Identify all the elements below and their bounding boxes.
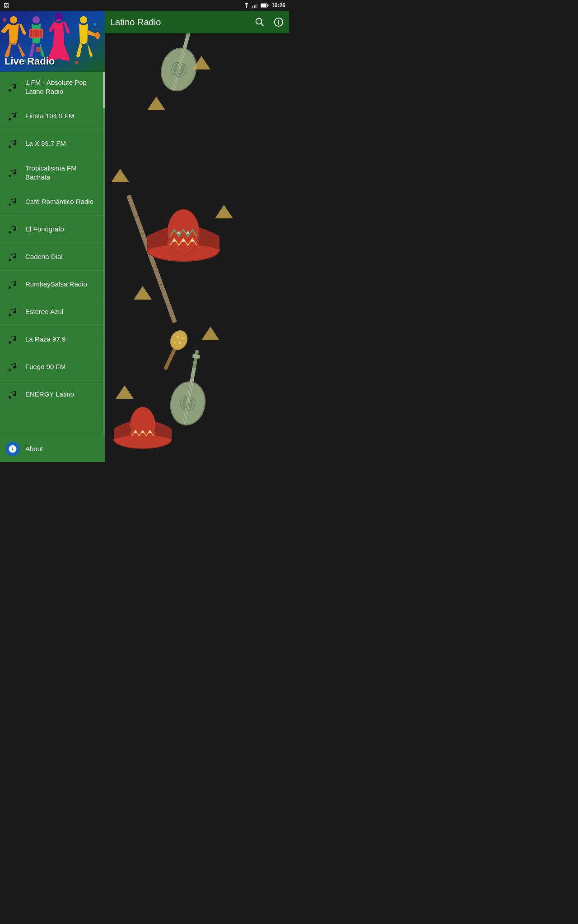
station-name: RumbaySalsa Radio xyxy=(25,280,87,289)
station-item[interactable]: La X 89.7 FM xyxy=(0,130,105,157)
app-bar-icons xyxy=(255,17,284,27)
scroll-thumb[interactable] xyxy=(103,72,105,108)
gallery-icon: 🖼 xyxy=(4,2,9,9)
scrollbar[interactable] xyxy=(103,72,105,435)
station-name: Fuego 90 FM xyxy=(25,362,65,371)
svg-rect-6 xyxy=(268,5,269,6)
music-note-icon xyxy=(5,136,20,151)
station-name: La X 89.7 FM xyxy=(25,139,66,148)
app-bar: Latino Radio xyxy=(105,11,289,33)
music-note-icon xyxy=(5,109,20,123)
music-note-icon xyxy=(5,387,20,402)
music-note-icon xyxy=(5,249,20,264)
svg-rect-3 xyxy=(255,5,256,8)
status-bar: 🖼 10:26 xyxy=(0,0,289,11)
drawer: Live Radio 1.FM - Absolute Pop Latino Ra… xyxy=(0,11,105,462)
station-item[interactable]: Fuego 90 FM xyxy=(0,353,105,381)
music-note-icon xyxy=(5,277,20,291)
signal-icon xyxy=(252,3,258,8)
station-item[interactable]: RumbaySalsa Radio xyxy=(0,271,105,298)
svg-point-83 xyxy=(75,61,79,65)
search-icon[interactable] xyxy=(255,17,265,27)
main-container: atino Radio ata Latino Radio xyxy=(0,11,289,462)
status-time: 10:26 xyxy=(271,2,285,9)
music-note-icon xyxy=(5,80,20,94)
svg-line-60 xyxy=(261,23,263,26)
about-item[interactable]: About xyxy=(0,435,105,462)
music-note-icon xyxy=(5,166,20,180)
station-item[interactable]: Cadena Dial xyxy=(0,243,105,271)
drawer-title: Live Radio xyxy=(5,55,55,67)
station-item[interactable]: Estereo Azul xyxy=(0,298,105,326)
station-item[interactable]: Tropicalisima FM Bachata xyxy=(0,157,105,188)
station-name: Estereo Azul xyxy=(25,307,63,316)
svg-rect-1 xyxy=(252,6,253,8)
about-icon xyxy=(5,442,20,456)
station-name: Tropicalisima FM Bachata xyxy=(25,164,99,181)
station-name: Cadena Dial xyxy=(25,252,63,261)
svg-rect-72 xyxy=(30,30,42,37)
music-note-icon xyxy=(5,194,20,209)
app-bar-title: Latino Radio xyxy=(110,17,161,28)
svg-point-80 xyxy=(3,18,6,22)
station-name: Café Romántico Radio xyxy=(25,197,93,206)
station-name: El Fonógrafo xyxy=(25,225,64,234)
svg-point-0 xyxy=(246,7,247,8)
info-icon[interactable] xyxy=(274,17,284,27)
station-item[interactable]: Fiesta 104.9 FM xyxy=(0,102,105,130)
about-label: About xyxy=(25,445,43,453)
station-item[interactable]: La Raza 97.9 xyxy=(0,326,105,353)
svg-rect-7 xyxy=(261,4,266,7)
svg-point-78 xyxy=(80,16,87,23)
svg-point-81 xyxy=(93,23,96,26)
station-item[interactable]: 1.FM - Absolute Pop Latino Radio xyxy=(0,72,105,102)
svg-point-79 xyxy=(95,32,100,39)
station-list: 1.FM - Absolute Pop Latino Radio Fiesta … xyxy=(0,72,105,435)
music-note-icon xyxy=(5,332,20,346)
svg-point-70 xyxy=(33,16,40,23)
station-name: La Raza 97.9 xyxy=(25,335,65,344)
station-item[interactable]: El Fonógrafo xyxy=(0,216,105,243)
station-item[interactable]: Café Romántico Radio xyxy=(0,188,105,216)
music-note-icon xyxy=(5,305,20,319)
drawer-header: Live Radio xyxy=(0,11,105,72)
station-name: ENERGY Latino xyxy=(25,390,74,399)
station-name: Fiesta 104.9 FM xyxy=(25,111,74,120)
svg-rect-4 xyxy=(256,4,257,8)
battery-icon xyxy=(261,3,269,8)
wifi-icon xyxy=(243,3,250,8)
music-note-icon xyxy=(5,360,20,374)
svg-point-69 xyxy=(10,16,17,23)
music-note-icon xyxy=(5,222,20,236)
right-panel: Latino Radio xyxy=(105,11,289,462)
svg-point-63 xyxy=(278,20,279,21)
station-item[interactable]: ENERGY Latino xyxy=(0,381,105,408)
station-name: 1.FM - Absolute Pop Latino Radio xyxy=(25,78,99,96)
svg-rect-2 xyxy=(254,5,255,8)
